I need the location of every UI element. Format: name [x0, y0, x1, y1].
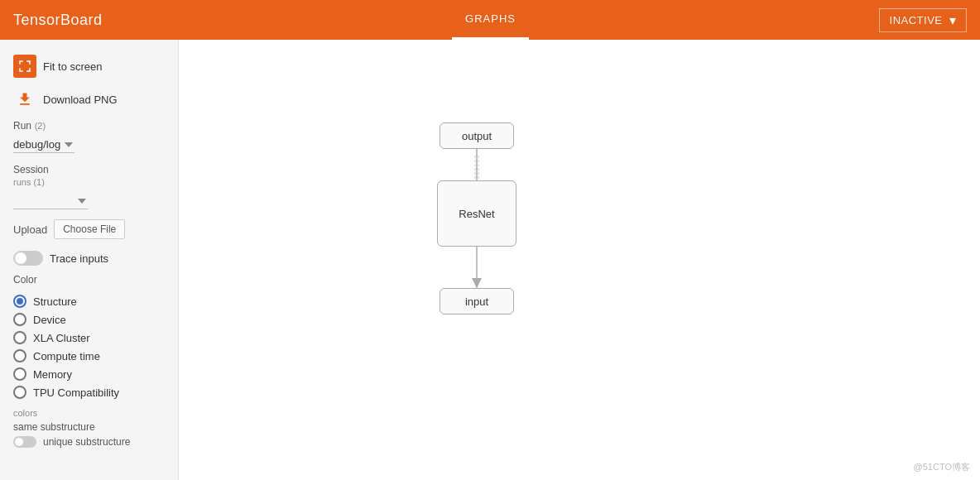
color-memory-label: Memory [33, 368, 72, 381]
download-png-label: Download PNG [43, 94, 118, 106]
session-dropdown[interactable] [13, 193, 88, 209]
upload-label: Upload [13, 223, 47, 236]
output-node-label: output [462, 130, 492, 142]
output-node[interactable]: output [440, 122, 514, 149]
colors-items: same substructure unique substructure [13, 421, 165, 448]
color-xla-row[interactable]: XLA Cluster [0, 329, 178, 347]
color-title: Color [13, 274, 165, 286]
same-substructure-label: same substructure [13, 421, 95, 433]
session-label: Session [13, 164, 49, 175]
color-compute-label: Compute time [33, 350, 100, 362]
run-dropdown-row: debug/log [0, 133, 178, 160]
graph-connectors [228, 106, 973, 480]
inactive-label: INACTIVE [890, 14, 943, 26]
color-xla-radio[interactable] [13, 331, 26, 344]
trace-inputs-label: Trace inputs [50, 252, 108, 265]
header-center: GRAPHS [103, 0, 879, 40]
fit-to-screen-icon [13, 55, 36, 78]
run-section: Run (2) [0, 116, 178, 133]
run-dropdown[interactable]: debug/log [13, 137, 74, 153]
header: TensorBoard GRAPHS INACTIVE ▾ [0, 0, 980, 40]
watermark: @51CTO博客 [914, 461, 970, 473]
color-tpu-row[interactable]: TPU Compatibility [0, 383, 178, 401]
input-node[interactable]: input [440, 288, 514, 314]
inactive-button[interactable]: INACTIVE ▾ [879, 8, 967, 32]
trace-inputs-toggle[interactable] [13, 251, 43, 266]
colors-meta-label: colors [13, 408, 165, 418]
color-tpu-radio[interactable] [13, 386, 26, 399]
color-structure-row[interactable]: Structure [0, 292, 178, 310]
color-memory-row[interactable]: Memory [0, 365, 178, 383]
unique-substructure-item: unique substructure [13, 436, 165, 448]
trace-inputs-row: Trace inputs [0, 246, 178, 271]
color-compute-radio[interactable] [13, 349, 26, 362]
run-count: (2) [35, 121, 46, 131]
session-dropdown-row [0, 190, 178, 216]
download-icon [13, 88, 36, 111]
upload-row: Upload Choose File [0, 216, 178, 246]
color-device-label: Device [33, 314, 66, 326]
run-label: Run [13, 120, 31, 132]
color-device-radio[interactable] [13, 313, 26, 326]
resnet-node[interactable]: ResNet [437, 180, 516, 247]
choose-file-button[interactable]: Choose File [54, 219, 125, 239]
download-png-row[interactable]: Download PNG [0, 83, 178, 116]
header-right: INACTIVE ▾ [879, 8, 967, 32]
unique-substructure-label: unique substructure [43, 436, 130, 448]
colors-legend: colors same substructure unique substruc… [0, 401, 178, 451]
svg-marker-2 [472, 278, 482, 288]
same-substructure-item: same substructure [13, 421, 165, 433]
sidebar: Fit to screen Download PNG Run (2) debug… [0, 40, 179, 480]
main-layout: Fit to screen Download PNG Run (2) debug… [0, 40, 980, 480]
fit-to-screen-label: Fit to screen [43, 60, 103, 73]
color-memory-radio[interactable] [13, 367, 26, 381]
graphs-tab[interactable]: GRAPHS [452, 0, 529, 40]
color-section: Color [0, 271, 178, 292]
color-tpu-label: TPU Compatibility [33, 386, 119, 399]
app-title: TensorBoard [13, 12, 103, 29]
unique-substructure-toggle[interactable] [13, 436, 36, 448]
resnet-node-label: ResNet [459, 208, 494, 220]
color-structure-label: Structure [33, 295, 77, 308]
color-compute-row[interactable]: Compute time [0, 347, 178, 365]
input-node-label: input [465, 295, 488, 308]
session-section: Session runs (1) [0, 160, 178, 190]
chevron-down-icon: ▾ [949, 12, 957, 28]
color-xla-label: XLA Cluster [33, 332, 90, 344]
header-left: TensorBoard [13, 12, 103, 29]
graph-area[interactable]: output ResNet input @51CTO博客 [179, 40, 980, 480]
color-device-row[interactable]: Device [0, 310, 178, 329]
session-sub: runs (1) [13, 177, 45, 187]
color-structure-radio[interactable] [13, 295, 26, 308]
fit-to-screen-row[interactable]: Fit to screen [0, 50, 178, 83]
